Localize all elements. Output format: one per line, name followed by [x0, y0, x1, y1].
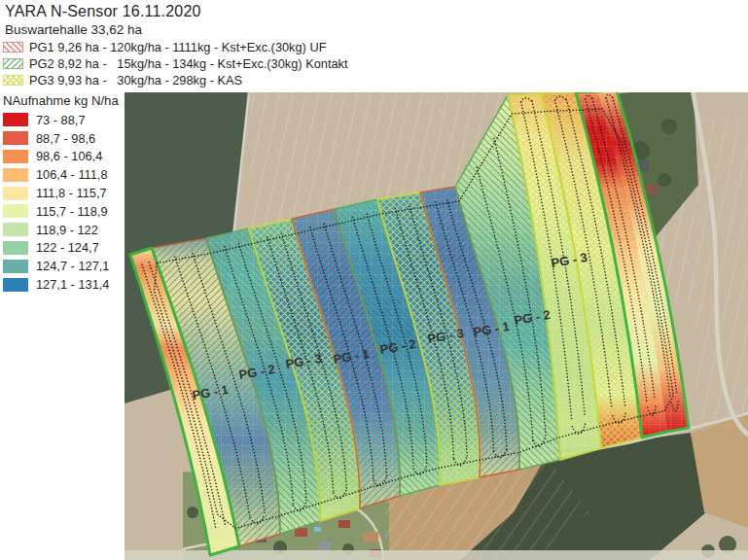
legend-color-swatch	[3, 278, 28, 292]
legend-row: 124,7 - 127,1	[3, 257, 119, 275]
aerial-map-canvas: PG - 1PG - 2PG - 3PG - 1PG - 2PG - 3PG -…	[125, 92, 748, 560]
legend-color-swatch	[3, 204, 28, 218]
legend-range-label: 88,7 - 98,6	[36, 131, 95, 146]
house	[314, 527, 321, 532]
legend-row: 98,6 - 106,4	[3, 148, 119, 166]
house	[363, 532, 378, 542]
legend-color-swatch	[3, 150, 28, 163]
legend-row: 118,9 - 122	[3, 221, 119, 239]
legend-row: 115,7 - 118,9	[3, 202, 119, 221]
pg-row: PG3 9,93 ha - 30kg/ha - 298kg - KAS	[3, 72, 348, 88]
legend-range-label: 111,8 - 115,7	[36, 186, 107, 200]
legend-color-swatch	[3, 223, 28, 236]
legend-row: 111,8 - 115,7	[3, 184, 119, 202]
legend-row: 122 - 124,7	[3, 239, 119, 258]
house	[319, 542, 331, 550]
legend-color-swatch	[3, 187, 28, 200]
pg-row: PG2 8,92 ha - 15kg/ha - 134kg - Kst+Exc.…	[3, 55, 348, 72]
tree	[187, 507, 198, 518]
legend-title: NAufnahme kg N/ha	[3, 93, 119, 108]
legend-row: 106,4 - 111,8	[3, 165, 119, 184]
legend-range-label: 124,7 - 127,1	[36, 259, 109, 273]
pg-hatch-swatch-diagonal-down	[3, 58, 23, 69]
legend-range-label: 118,9 - 122	[36, 223, 98, 237]
house	[338, 520, 350, 528]
page-title: YARA N-Sensor 16.11.2020	[5, 3, 201, 20]
legend-color-swatch	[3, 168, 28, 182]
pg-hatch-swatch-diagonal-up	[3, 42, 23, 52]
plot-group-list: PG1 9,26 ha - 120kg/ha - 1111kg - Kst+Ex…	[3, 39, 348, 88]
legend-range-label: 73 - 88,7	[36, 113, 86, 127]
pg-label: PG3 9,93 ha - 30kg/ha - 298kg - KAS	[29, 73, 242, 88]
pg-label: PG2 8,92 ha - 15kg/ha - 134kg - Kst+Exc.…	[29, 56, 348, 71]
pg-label: PG1 9,26 ha - 120kg/ha - 1111kg - Kst+Ex…	[29, 40, 327, 54]
legend-color-swatch	[3, 260, 28, 273]
legend-range-label: 127,1 - 131,4	[36, 277, 109, 292]
legend-classes: 73 - 88,788,7 - 98,698,6 - 106,4106,4 - …	[3, 111, 119, 294]
pg-hatch-swatch-cross	[3, 75, 23, 86]
legend-range-label: 98,6 - 106,4	[36, 149, 102, 163]
yara-sensor-report: YARA N-Sensor 16.11.2020 Buswartehalle 3…	[0, 0, 748, 560]
legend-row: 127,1 - 131,4	[3, 275, 119, 294]
field-name-and-area: Buswartehalle 33,62 ha	[5, 22, 142, 37]
legend-row: 88,7 - 98,6	[3, 129, 119, 148]
map-legend: NAufnahme kg N/ha 73 - 88,788,7 - 98,698…	[3, 93, 119, 294]
pg-row: PG1 9,26 ha - 120kg/ha - 1111kg - Kst+Ex…	[3, 39, 348, 55]
tree	[658, 173, 671, 187]
legend-color-swatch	[3, 131, 28, 145]
tree	[661, 119, 677, 134]
legend-range-label: 106,4 - 111,8	[36, 167, 108, 182]
legend-range-label: 122 - 124,7	[36, 240, 99, 255]
legend-row: 73 - 88,7	[3, 111, 119, 129]
legend-color-swatch	[3, 113, 28, 126]
field-map: PG - 1PG - 2PG - 3PG - 1PG - 2PG - 3PG -…	[125, 92, 748, 560]
legend-range-label: 115,7 - 118,9	[36, 204, 108, 219]
legend-color-swatch	[3, 241, 28, 255]
